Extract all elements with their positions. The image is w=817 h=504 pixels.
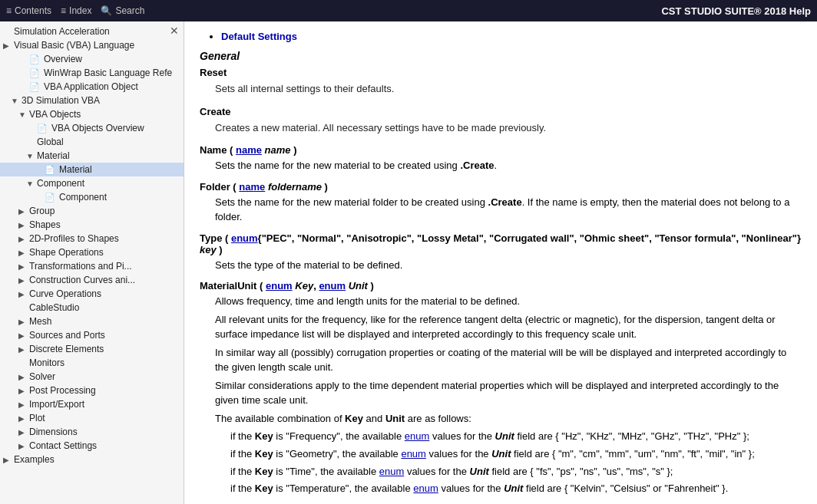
type-enum-link[interactable]: enum [231,232,258,244]
doc-icon: 📄 [37,124,49,133]
reset-section: Reset Sets all internal settings to thei… [200,67,802,97]
sidebar-item-global[interactable]: Global [0,135,184,149]
sidebar-item-curve-operations[interactable]: ▶ Curve Operations [0,287,184,301]
sidebar-item-vba-objects[interactable]: ▼ VBA Objects [0,107,184,121]
sidebar-item-shapes[interactable]: ▶ Shapes [0,218,184,232]
sidebar-item-material-group[interactable]: ▼ Material [0,149,184,163]
sidebar-item-construction-curves[interactable]: ▶ Construction Curves ani... [0,273,184,287]
index-nav-item[interactable]: ≡ Index [61,5,91,16]
sidebar-item-3d-simulation[interactable]: ▼ 3D Simulation VBA [0,94,184,107]
sidebar-item-contact-settings[interactable]: ▶ Contact Settings [0,439,184,453]
breadcrumb-item: Default Settings [221,31,802,42]
contents-nav-item[interactable]: ≡ Contents [6,5,51,16]
sidebar-item-vba-app[interactable]: 📄 VBA Application Object [0,80,184,94]
sidebar-item-group[interactable]: ▶ Group [0,204,184,218]
sidebar-item-vba-objects-overview[interactable]: 📄 VBA Objects Overview [0,121,184,135]
arrow-icon: ▶ [18,290,29,298]
type-label: Type ( [200,232,231,244]
arrow-icon: ▶ [18,276,29,285]
sidebar-item-plot[interactable]: ▶ Plot [0,411,184,425]
type-sig: Type ( enum{"PEC", "Normal", "Anisotropi… [200,232,802,255]
arrow-icon: ▶ [18,428,29,436]
materialunit-enum2-link[interactable]: enum [319,280,346,292]
arrow-icon: ▶ [18,262,29,271]
index-icon: ≡ [61,5,66,16]
unit-line-frequency: if the Key is "Frequency", the available… [230,429,802,445]
default-settings-link[interactable]: Default Settings [221,31,297,42]
name-param: Name ( name name ) Sets the name for the… [200,144,802,173]
doc-icon: 📄 [29,68,41,78]
sidebar-item-component-group[interactable]: ▼ Component [0,176,184,190]
name-label: Name ( [200,144,236,156]
arrow-icon: ▶ [18,373,29,381]
materialunit-sig: MaterialUnit ( enum Key, enum Unit ) [200,280,802,292]
contents-icon: ≡ [6,5,12,16]
arrow-icon: ▼ [18,110,29,119]
folder-italic-label: foldername ) [265,181,328,193]
doc-icon: 📄 [45,193,57,203]
sidebar-item-post-processing[interactable]: ▶ Post Processing [0,384,184,397]
name-sig: Name ( name name ) [200,144,802,156]
arrow-icon: ▼ [11,97,22,105]
contents-label: Contents [15,5,51,16]
folder-desc: Sets the name for the new material folde… [215,195,802,225]
sidebar-item-simulation-acceleration[interactable]: Simulation Acceleration [0,25,184,38]
search-nav-item[interactable]: 🔍 Search [101,5,144,16]
sidebar-item-visual-basic[interactable]: ▶ Visual Basic (VBA) Language [0,38,184,52]
sidebar-item-import-export[interactable]: ▶ Import/Export [0,397,184,411]
main-layout: ✕ Simulation Acceleration ▶ Visual Basic… [0,21,817,504]
materialunit-param: MaterialUnit ( enum Key, enum Unit ) All… [200,280,802,497]
arrow-icon: ▶ [18,249,29,257]
arrow-icon: ▶ [18,414,29,423]
unit-enum-link3[interactable]: enum [379,466,405,477]
name-link[interactable]: name [236,144,262,156]
sidebar-item-solver[interactable]: ▶ Solver [0,370,184,384]
index-label: Index [69,5,91,16]
sidebar-item-examples[interactable]: ▶ Examples [0,453,184,466]
sidebar-item-transformations[interactable]: ▶ Transformations and Pi... [0,259,184,273]
arrow-icon: ▶ [18,387,29,395]
reset-title: Reset [200,67,802,78]
sidebar-item-overview[interactable]: 📄 Overview [0,52,184,66]
sidebar-item-winwrap[interactable]: 📄 WinWrap Basic Language Refe [0,66,184,80]
search-icon: 🔍 [101,5,112,16]
arrow-icon: ▶ [18,235,29,243]
unit-enum-link2[interactable]: enum [401,448,426,460]
sidebar-item-2d-profiles[interactable]: ▶ 2D-Profiles to Shapes [0,232,184,245]
arrow-icon: ▶ [18,400,29,409]
arrow-icon: ▶ [18,221,29,229]
sidebar-item-component[interactable]: 📄 Component [0,190,184,204]
materialunit-enum1-link[interactable]: enum [266,280,293,292]
search-label: Search [115,5,144,16]
unit-enum-link4[interactable]: enum [413,483,438,494]
materialunit-desc1: Allows frequency, time and length units … [215,294,802,309]
sidebar-item-cable-studio[interactable]: CableStudio [0,301,184,315]
unit-enum-link1[interactable]: enum [405,430,430,442]
arrow-icon: ▼ [26,152,37,160]
sidebar-item-mesh[interactable]: ▶ Mesh [0,315,184,328]
sidebar-item-sources-ports[interactable]: ▶ Sources and Ports [0,328,184,342]
sidebar-item-monitors[interactable]: Monitors [0,356,184,370]
topbar: ≡ Contents ≡ Index 🔍 Search CST STUDIO S… [0,0,817,21]
sidebar-tree: Simulation Acceleration ▶ Visual Basic (… [0,21,184,469]
arrow-icon: ▶ [18,331,29,340]
arrow-icon: ▶ [18,442,29,450]
doc-icon: 📄 [29,54,41,64]
materialunit-desc4: Similar considerations apply to the time… [215,378,802,408]
sidebar: ✕ Simulation Acceleration ▶ Visual Basic… [0,21,184,504]
arrow-icon: ▶ [3,456,14,464]
sidebar-item-discrete-elements[interactable]: ▶ Discrete Elements [0,342,184,356]
folder-link[interactable]: name [239,181,265,193]
type-desc: Sets the type of the material to be defi… [215,258,802,273]
materialunit-desc2: All relevant units for the frequency, li… [215,312,802,342]
sidebar-close-button[interactable]: ✕ [170,25,179,37]
unit-line-geometry: if the Key is "Geometry", the available … [230,446,802,463]
arrow-icon: ▼ [26,180,37,188]
breadcrumb-list: Default Settings [221,31,802,42]
arrow-icon: ▶ [18,345,29,354]
create-desc: Creates a new material. All necessary se… [215,120,802,136]
arrow-icon: ▶ [18,318,29,326]
sidebar-item-shape-operations[interactable]: ▶ Shape Operations [0,245,184,259]
sidebar-item-dimensions[interactable]: ▶ Dimensions [0,425,184,439]
sidebar-item-material[interactable]: 📄 Material [0,163,184,176]
